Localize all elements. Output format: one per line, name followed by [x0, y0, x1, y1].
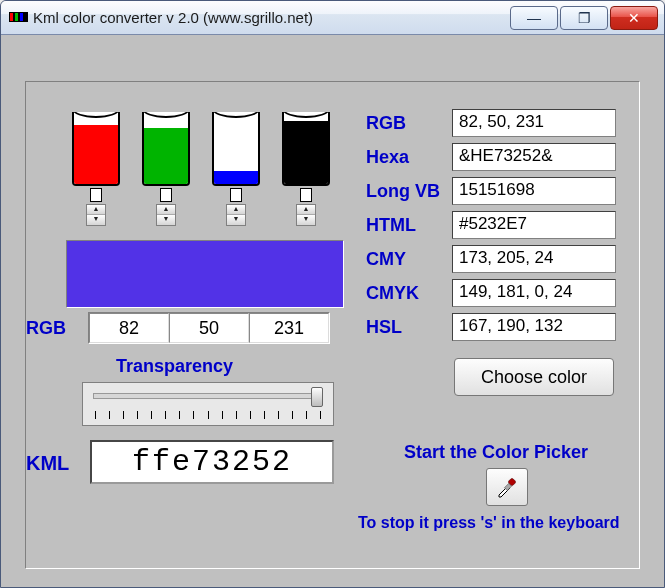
window-title: Kml color converter v 2.0 (www.sgrillo.n…	[33, 9, 508, 26]
title-bar[interactable]: Kml color converter v 2.0 (www.sgrillo.n…	[1, 1, 664, 35]
readout-hsl-value[interactable]: 167, 190, 132	[452, 313, 616, 341]
readout-cmyk-value[interactable]: 149, 181, 0, 24	[452, 279, 616, 307]
readout-rgb-value[interactable]: 82, 50, 231	[452, 109, 616, 137]
paint-bottles: ▲▼ ▲▼ ▲▼ ▲▼	[70, 112, 332, 226]
readout-html-label: HTML	[366, 215, 452, 236]
readout-hexa-value[interactable]: &HE73252&	[452, 143, 616, 171]
black-bottle: ▲▼	[280, 112, 332, 226]
green-bottle: ▲▼	[140, 112, 192, 226]
red-bottle: ▲▼	[70, 112, 122, 226]
readout-cmy-value[interactable]: 173, 205, 24	[452, 245, 616, 273]
readout-hsl-label: HSL	[366, 317, 452, 338]
slider-thumb[interactable]	[311, 387, 323, 407]
red-fill	[74, 125, 118, 184]
rgb-g-input[interactable]: 50	[169, 313, 249, 343]
readout-longvb-label: Long VB	[366, 181, 452, 202]
readout-cmy-label: CMY	[366, 249, 452, 270]
rgb-b-input[interactable]: 231	[249, 313, 329, 343]
transparency-label: Transparency	[116, 356, 233, 377]
rgb-section-label: RGB	[26, 318, 86, 339]
blue-fill	[214, 171, 258, 184]
blue-spinner[interactable]: ▲▼	[226, 204, 246, 226]
app-icon	[9, 9, 27, 27]
black-fill	[284, 121, 328, 184]
choose-color-button[interactable]: Choose color	[454, 358, 614, 396]
minimize-button[interactable]: —	[510, 6, 558, 30]
readout-longvb-value[interactable]: 15151698	[452, 177, 616, 205]
client-area: ▲▼ ▲▼ ▲▼ ▲▼ RGB	[1, 35, 664, 587]
readout-rgb-label: RGB	[366, 113, 452, 134]
readout-hexa-label: Hexa	[366, 147, 452, 168]
eyedropper-icon	[496, 476, 518, 498]
color-picker-button[interactable]	[486, 468, 528, 506]
maximize-button[interactable]: ❐	[560, 6, 608, 30]
kml-output[interactable]: ffe73252	[90, 440, 334, 484]
rgb-r-input[interactable]: 82	[89, 313, 169, 343]
kml-label: KML	[26, 452, 69, 475]
red-spinner[interactable]: ▲▼	[86, 204, 106, 226]
app-window: Kml color converter v 2.0 (www.sgrillo.n…	[0, 0, 665, 588]
color-readouts: RGB 82, 50, 231 Hexa &HE73252& Long VB 1…	[366, 106, 616, 344]
color-swatch	[66, 240, 344, 308]
green-fill	[144, 128, 188, 184]
main-panel: ▲▼ ▲▼ ▲▼ ▲▼ RGB	[25, 81, 640, 569]
green-spinner[interactable]: ▲▼	[156, 204, 176, 226]
stop-color-picker-label: To stop it press 's' in the keyboard	[358, 514, 620, 532]
transparency-slider[interactable]	[82, 382, 334, 426]
readout-html-value[interactable]: #5232E7	[452, 211, 616, 239]
readout-cmyk-label: CMYK	[366, 283, 452, 304]
start-color-picker-label: Start the Color Picker	[404, 442, 588, 463]
blue-bottle: ▲▼	[210, 112, 262, 226]
black-spinner[interactable]: ▲▼	[296, 204, 316, 226]
rgb-value-row: 82 50 231	[88, 312, 330, 344]
close-button[interactable]: ✕	[610, 6, 658, 30]
